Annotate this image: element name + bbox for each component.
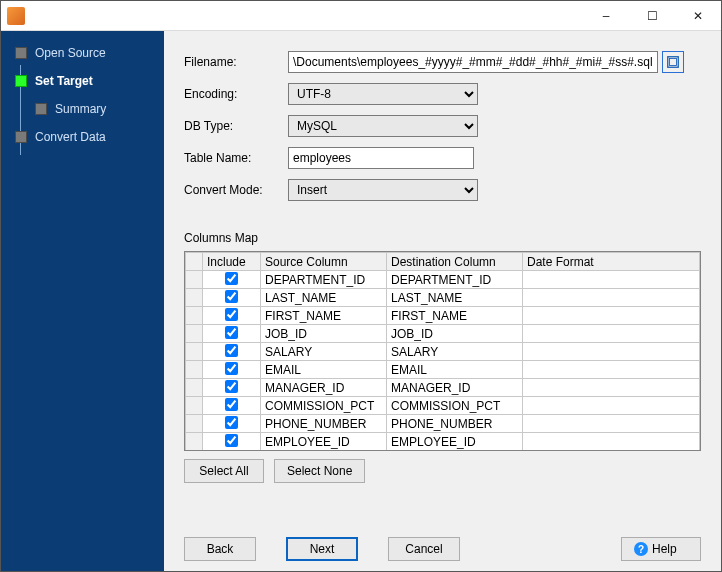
columns-map-label: Columns Map xyxy=(184,231,701,245)
date-format-cell[interactable] xyxy=(523,379,700,397)
header-dest[interactable]: Destination Column xyxy=(387,253,523,271)
source-column-cell[interactable]: JOB_ID xyxy=(261,325,387,343)
next-button[interactable]: Next xyxy=(286,537,358,561)
filename-input[interactable] xyxy=(288,51,658,73)
source-column-cell[interactable]: SALARY xyxy=(261,343,387,361)
table-row[interactable]: JOB_IDJOB_ID xyxy=(186,325,700,343)
wizard-sidebar: Open SourceSet TargetSummaryConvert Data xyxy=(1,31,164,571)
header-source[interactable]: Source Column xyxy=(261,253,387,271)
row-handle[interactable] xyxy=(186,343,203,361)
cancel-button[interactable]: Cancel xyxy=(388,537,460,561)
date-format-cell[interactable] xyxy=(523,307,700,325)
step-label: Summary xyxy=(55,102,106,116)
include-checkbox[interactable] xyxy=(225,434,238,447)
table-row[interactable]: MANAGER_IDMANAGER_ID xyxy=(186,379,700,397)
include-checkbox[interactable] xyxy=(225,362,238,375)
table-row[interactable]: PHONE_NUMBERPHONE_NUMBER xyxy=(186,415,700,433)
source-column-cell[interactable]: DEPARTMENT_ID xyxy=(261,271,387,289)
wizard-step-set-target[interactable]: Set Target xyxy=(1,67,164,95)
help-icon: ? xyxy=(634,542,648,556)
wizard-step-summary[interactable]: Summary xyxy=(1,95,164,123)
date-format-cell[interactable] xyxy=(523,415,700,433)
help-button[interactable]: ? Help xyxy=(621,537,701,561)
browse-icon xyxy=(666,55,680,69)
row-handle[interactable] xyxy=(186,289,203,307)
step-marker xyxy=(15,47,27,59)
source-column-cell[interactable]: LAST_NAME xyxy=(261,289,387,307)
table-row[interactable]: COMMISSION_PCTCOMMISSION_PCT xyxy=(186,397,700,415)
table-row[interactable]: HIRE_DATEHIRE_DATEmm/dd/yyyy xyxy=(186,451,700,452)
minimize-button[interactable]: – xyxy=(583,1,629,31)
include-checkbox[interactable] xyxy=(225,308,238,321)
table-row[interactable]: FIRST_NAMEFIRST_NAME xyxy=(186,307,700,325)
source-column-cell[interactable]: PHONE_NUMBER xyxy=(261,415,387,433)
select-all-button[interactable]: Select All xyxy=(184,459,264,483)
row-handle[interactable] xyxy=(186,379,203,397)
encoding-select[interactable]: UTF-8 xyxy=(288,83,478,105)
source-column-cell[interactable]: FIRST_NAME xyxy=(261,307,387,325)
include-checkbox[interactable] xyxy=(225,272,238,285)
wizard-step-open-source[interactable]: Open Source xyxy=(1,39,164,67)
row-handle[interactable] xyxy=(186,451,203,452)
include-checkbox[interactable] xyxy=(225,290,238,303)
date-format-cell[interactable] xyxy=(523,361,700,379)
date-format-cell[interactable] xyxy=(523,325,700,343)
header-include[interactable]: Include xyxy=(203,253,261,271)
header-date[interactable]: Date Format xyxy=(523,253,700,271)
close-button[interactable]: ✕ xyxy=(675,1,721,31)
row-handle[interactable] xyxy=(186,433,203,451)
source-column-cell[interactable]: HIRE_DATE xyxy=(261,451,387,452)
filename-label: Filename: xyxy=(184,55,288,69)
row-handle[interactable] xyxy=(186,361,203,379)
row-handle[interactable] xyxy=(186,307,203,325)
destination-column-cell[interactable]: EMPLOYEE_ID xyxy=(387,433,523,451)
source-column-cell[interactable]: COMMISSION_PCT xyxy=(261,397,387,415)
destination-column-cell[interactable]: FIRST_NAME xyxy=(387,307,523,325)
table-row[interactable]: SALARYSALARY xyxy=(186,343,700,361)
destination-column-cell[interactable]: DEPARTMENT_ID xyxy=(387,271,523,289)
destination-column-cell[interactable]: HIRE_DATE xyxy=(387,451,523,452)
source-column-cell[interactable]: EMPLOYEE_ID xyxy=(261,433,387,451)
select-none-button[interactable]: Select None xyxy=(274,459,365,483)
destination-column-cell[interactable]: EMAIL xyxy=(387,361,523,379)
destination-column-cell[interactable]: SALARY xyxy=(387,343,523,361)
include-checkbox[interactable] xyxy=(225,344,238,357)
row-handle[interactable] xyxy=(186,325,203,343)
destination-column-cell[interactable]: COMMISSION_PCT xyxy=(387,397,523,415)
table-header-row: Include Source Column Destination Column… xyxy=(186,253,700,271)
destination-column-cell[interactable]: MANAGER_ID xyxy=(387,379,523,397)
main-panel: Filename: Encoding: UTF-8 DB Type: MySQL… xyxy=(164,31,721,571)
destination-column-cell[interactable]: LAST_NAME xyxy=(387,289,523,307)
row-handle[interactable] xyxy=(186,415,203,433)
row-handle[interactable] xyxy=(186,397,203,415)
include-checkbox[interactable] xyxy=(225,380,238,393)
row-handle[interactable] xyxy=(186,271,203,289)
date-format-cell[interactable] xyxy=(523,433,700,451)
tablename-input[interactable] xyxy=(288,147,474,169)
table-row[interactable]: EMPLOYEE_IDEMPLOYEE_ID xyxy=(186,433,700,451)
browse-file-button[interactable] xyxy=(662,51,684,73)
include-checkbox[interactable] xyxy=(225,416,238,429)
date-format-cell[interactable] xyxy=(523,271,700,289)
include-checkbox[interactable] xyxy=(225,398,238,411)
date-format-cell[interactable] xyxy=(523,397,700,415)
destination-column-cell[interactable]: PHONE_NUMBER xyxy=(387,415,523,433)
table-row[interactable]: EMAILEMAIL xyxy=(186,361,700,379)
back-button[interactable]: Back xyxy=(184,537,256,561)
source-column-cell[interactable]: MANAGER_ID xyxy=(261,379,387,397)
app-icon xyxy=(7,7,25,25)
source-column-cell[interactable]: EMAIL xyxy=(261,361,387,379)
destination-column-cell[interactable]: JOB_ID xyxy=(387,325,523,343)
wizard-step-convert-data[interactable]: Convert Data xyxy=(1,123,164,151)
table-row[interactable]: LAST_NAMELAST_NAME xyxy=(186,289,700,307)
table-row[interactable]: DEPARTMENT_IDDEPARTMENT_ID xyxy=(186,271,700,289)
encoding-label: Encoding: xyxy=(184,87,288,101)
date-format-cell[interactable]: mm/dd/yyyy xyxy=(523,451,700,452)
dbtype-select[interactable]: MySQL xyxy=(288,115,478,137)
convertmode-select[interactable]: Insert xyxy=(288,179,478,201)
date-format-cell[interactable] xyxy=(523,343,700,361)
date-format-cell[interactable] xyxy=(523,289,700,307)
step-label: Open Source xyxy=(35,46,106,60)
include-checkbox[interactable] xyxy=(225,326,238,339)
maximize-button[interactable]: ☐ xyxy=(629,1,675,31)
